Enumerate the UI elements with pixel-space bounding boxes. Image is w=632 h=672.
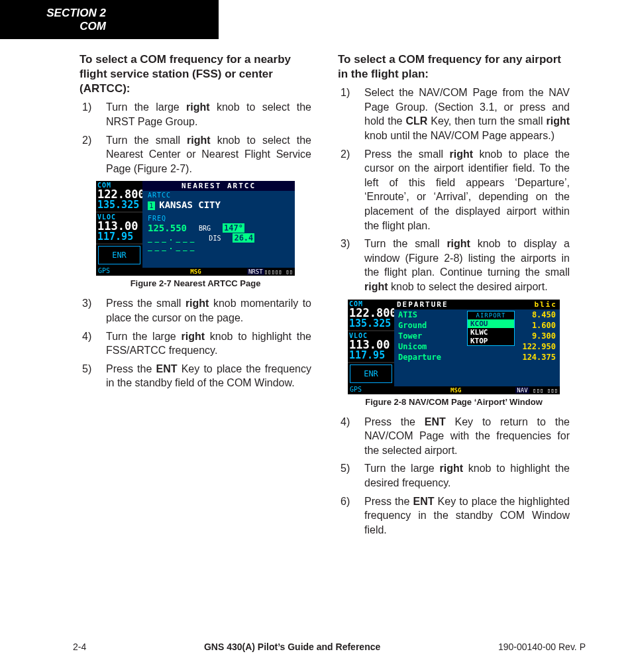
footer-page-number: 2-4 — [73, 642, 86, 652]
step: 5) Turn the large right knob to highligh… — [338, 461, 570, 490]
gps-left-panel: COM 122.800 135.325 VLOC 113.00 117.95 E… — [96, 181, 142, 276]
airport-popup: AIRPORT KCOU KLWC KTOP — [467, 311, 515, 346]
gps-right-panel: NEAREST ARTCC ARTCC 1 KANSAS CITY FREQ 1… — [142, 181, 295, 276]
step: 5) Press the ENT Key to place the freque… — [79, 362, 311, 390]
page-footer: 2-4 GNS 430(A) Pilot’s Guide and Referen… — [0, 642, 632, 652]
figure-2-8: COM 122.800 135.325 VLOC 113.00 117.95 E… — [348, 300, 560, 394]
left-column: To select a COM frequency for a nearby f… — [79, 52, 311, 541]
step: 3) Turn the small right knob to display … — [338, 237, 570, 294]
step: 1) Turn the large right knob to select t… — [79, 100, 311, 129]
left-procedure-title: To select a COM frequency for a nearby f… — [79, 52, 311, 96]
right-column: To select a COM frequency for any airpor… — [338, 52, 570, 541]
step: 4) Press the ENT Key to return to the NA… — [338, 415, 570, 458]
footer-title: GNS 430(A) Pilot’s Guide and Reference — [204, 642, 380, 652]
figure-2-7-caption: Figure 2-7 Nearest ARTCC Page — [79, 278, 311, 288]
section-line2: COM — [0, 20, 219, 33]
gps-left-panel: COM 122.800 135.325 VLOC 113.00 117.95 E… — [348, 300, 394, 394]
section-tab: SECTION 2 COM — [0, 0, 219, 39]
right-procedure-title: To select a COM frequency for any airpor… — [338, 52, 570, 82]
step: 6) Press the ENT Key to place the highli… — [338, 494, 570, 537]
step: 2) Press the small right knob to place t… — [338, 147, 570, 233]
footer-doc-id: 190-00140-00 Rev. P — [498, 642, 586, 652]
figure-2-8-caption: Figure 2-8 NAV/COM Page ‘Airport’ Window — [338, 397, 570, 407]
page-body: To select a COM frequency for a nearby f… — [0, 39, 632, 541]
step: 3) Press the small right knob momentaril… — [79, 296, 311, 325]
figure-2-7: COM 122.800 135.325 VLOC 113.00 117.95 E… — [96, 181, 295, 276]
step: 2) Turn the small right knob to select t… — [79, 133, 311, 176]
gps-right-panel: DEPARTURE blic ATIS8.450 Ground1.600 Tow… — [394, 300, 560, 394]
section-line1: SECTION 2 — [0, 7, 219, 20]
step: 1) Select the NAV/COM Page from the NAV … — [338, 85, 570, 142]
step: 4) Turn the large right knob to highligh… — [79, 329, 311, 358]
